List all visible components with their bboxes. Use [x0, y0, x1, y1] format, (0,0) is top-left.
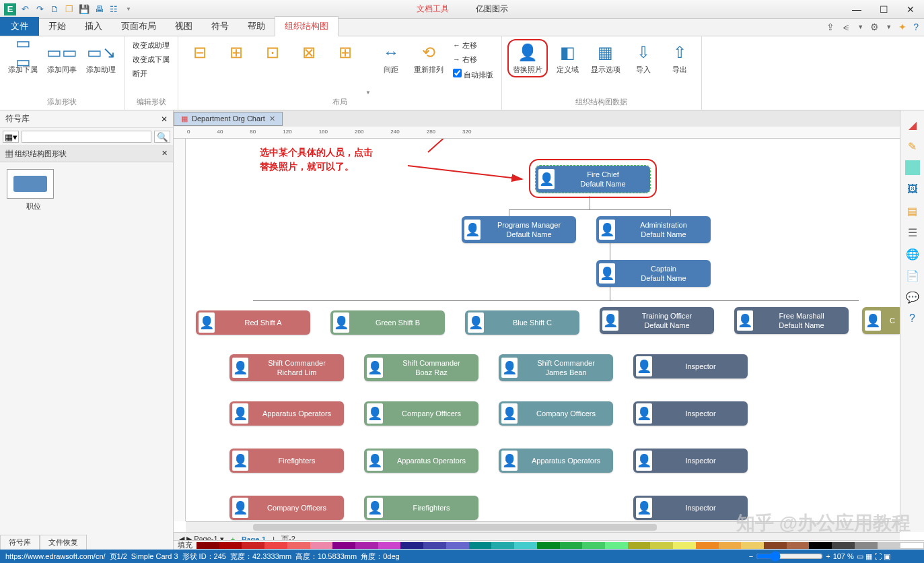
- library-picker-button[interactable]: ▦▾: [3, 131, 19, 143]
- search-input[interactable]: [22, 131, 151, 143]
- tab-symbol-library[interactable]: 符号库: [0, 535, 40, 550]
- layout1-button[interactable]: ⊟: [184, 39, 216, 66]
- node-training[interactable]: 👤Training OfficerDefault Name: [600, 307, 714, 334]
- layers-icon[interactable]: ▤: [905, 203, 920, 218]
- node-insp1[interactable]: 👤Inspector: [633, 354, 748, 378]
- close-button[interactable]: ✕: [897, 1, 924, 18]
- social-icon[interactable]: ⪪: [841, 22, 851, 32]
- node-ff-green[interactable]: 👤Firefighters: [364, 496, 478, 520]
- tab-start[interactable]: 开始: [39, 17, 75, 36]
- open-icon[interactable]: ❐: [63, 3, 75, 15]
- node-captain[interactable]: 👤CaptainDefault Name: [596, 260, 711, 287]
- move-right-button[interactable]: → 右移: [450, 53, 496, 66]
- info-icon[interactable]: ?: [905, 311, 920, 326]
- rearrange-button[interactable]: ⟲重新排列: [411, 39, 446, 77]
- disconnect-button[interactable]: 断开: [130, 67, 172, 80]
- node-fire-chief[interactable]: 👤 Fire ChiefDefault Name: [536, 166, 650, 193]
- zoom-slider[interactable]: [756, 551, 823, 562]
- tab-symbol[interactable]: 符号: [202, 17, 238, 36]
- undo-icon[interactable]: ↶: [19, 3, 31, 15]
- redo-icon[interactable]: ↷: [34, 3, 46, 15]
- pen-icon[interactable]: ✎: [905, 139, 920, 154]
- new-icon[interactable]: 🗋: [48, 3, 61, 15]
- fill-icon[interactable]: ■: [905, 160, 920, 175]
- node-insp3[interactable]: 👤Inspector: [633, 449, 748, 473]
- auto-layout-checkbox[interactable]: 自动排版: [450, 67, 496, 81]
- tab-orgchart[interactable]: 组织结构图: [275, 16, 339, 36]
- node-appops-green[interactable]: 👤Apparatus Operators: [364, 449, 478, 473]
- move-left-button[interactable]: ← 左移: [450, 39, 496, 52]
- layout5-button[interactable]: ⊞: [329, 39, 361, 66]
- close-shapes-icon[interactable]: ✕: [162, 149, 168, 159]
- node-extra[interactable]: 👤C: [862, 307, 900, 334]
- replace-photo-button[interactable]: 👤替换照片: [507, 39, 548, 77]
- add-assistant-button[interactable]: ▭↘添加助理: [83, 39, 118, 77]
- node-ff-red[interactable]: 👤Firefighters: [229, 449, 344, 473]
- node-appops-red[interactable]: 👤Apparatus Operators: [229, 401, 344, 426]
- node-sc-blue[interactable]: 👤Shift CommanderJames Bean: [499, 354, 613, 381]
- add-colleague-button[interactable]: ▭▭添加同事: [44, 39, 79, 77]
- image-icon[interactable]: 🖼: [905, 182, 920, 197]
- import-button[interactable]: ⇩导入: [627, 39, 660, 77]
- print-icon[interactable]: 🖶: [93, 3, 105, 15]
- theme-icon[interactable]: ◢: [905, 117, 920, 132]
- close-doc-icon[interactable]: ✕: [269, 114, 275, 123]
- status-url[interactable]: https://www.edrawsoft.com/cn/: [5, 552, 106, 560]
- tab-file[interactable]: 文件: [0, 17, 39, 36]
- share-icon[interactable]: ⇪: [826, 22, 834, 32]
- close-sidebar-icon[interactable]: ✕: [161, 114, 168, 124]
- document-tab[interactable]: ▦ Department Org Chart ✕: [174, 112, 283, 126]
- node-blue-shift[interactable]: 👤Blue Shift C: [465, 310, 579, 335]
- node-green-shift[interactable]: 👤Green Shift B: [330, 310, 445, 335]
- maximize-button[interactable]: ☐: [870, 1, 897, 18]
- globe-icon[interactable]: 🌐: [905, 246, 920, 261]
- node-administration[interactable]: 👤AdministrationDefault Name: [596, 216, 711, 243]
- node-insp2[interactable]: 👤Inspector: [633, 401, 748, 426]
- node-co-red[interactable]: 👤Company Officers: [229, 496, 344, 520]
- layout4-button[interactable]: ⊠: [293, 39, 325, 66]
- page-icon[interactable]: 📄: [905, 268, 920, 283]
- node-programs-manager[interactable]: 👤Programs ManagerDefault Name: [462, 216, 576, 243]
- node-red-shift[interactable]: 👤Red Shift A: [196, 310, 310, 335]
- node-co-blue[interactable]: 👤Company Officers: [499, 401, 613, 426]
- help-icon[interactable]: ?: [913, 22, 919, 32]
- node-co-green[interactable]: 👤Company Officers: [364, 401, 478, 426]
- qat-dropdown-icon[interactable]: ▼: [122, 3, 135, 15]
- puzzle-icon[interactable]: ✦: [898, 22, 907, 32]
- zoom-out-button[interactable]: −: [749, 552, 753, 560]
- to-assistant-button[interactable]: 改变成助理: [130, 39, 172, 52]
- app-menu-icon[interactable]: E: [4, 3, 16, 15]
- dropdown2-icon[interactable]: ▼: [886, 24, 892, 30]
- export-icon[interactable]: ☷: [108, 3, 120, 15]
- comment-icon[interactable]: 💬: [905, 290, 920, 304]
- search-button[interactable]: 🔍: [154, 131, 170, 143]
- zoom-in-button[interactable]: +: [826, 552, 830, 560]
- canvas[interactable]: 选中某个具体的人员，点击 替换照片，就可以了。 👤 Fire ChiefDefa…: [186, 139, 900, 521]
- node-appops-blue[interactable]: 👤Apparatus Operators: [499, 449, 613, 473]
- view-mode-icons[interactable]: ▭ ▦ ⛶ ▣: [857, 552, 890, 561]
- layout3-button[interactable]: ⊡: [256, 39, 289, 66]
- to-subordinate-button[interactable]: 改变成下属: [130, 53, 172, 66]
- display-options-button[interactable]: ▦显示选项: [588, 39, 623, 77]
- shape-thumbnail[interactable]: 职位: [7, 169, 61, 211]
- node-free-marshall[interactable]: 👤Free MarshallDefault Name: [734, 307, 849, 334]
- tab-insert[interactable]: 插入: [75, 17, 112, 36]
- tab-layout[interactable]: 页面布局: [112, 17, 166, 36]
- minimize-button[interactable]: —: [843, 1, 870, 18]
- settings-icon[interactable]: ⚙: [870, 22, 879, 32]
- spacing-button[interactable]: ↔间距: [375, 39, 407, 77]
- tab-file-recovery[interactable]: 文件恢复: [40, 535, 87, 550]
- node-sc-green[interactable]: 👤Shift CommanderBoaz Raz: [364, 354, 478, 381]
- ruler-icon[interactable]: ☰: [905, 225, 920, 240]
- layout2-button[interactable]: ⊞: [220, 39, 252, 66]
- color-palette[interactable]: [197, 542, 924, 549]
- tab-help[interactable]: 帮助: [238, 17, 275, 36]
- node-insp4[interactable]: 👤Inspector: [633, 496, 748, 520]
- export-button[interactable]: ⇧导出: [664, 39, 696, 77]
- save-icon[interactable]: 💾: [78, 3, 90, 15]
- dropdown-icon[interactable]: ▼: [857, 24, 863, 30]
- define-field-button[interactable]: ◧定义域: [552, 39, 584, 77]
- node-sc-red[interactable]: 👤Shift CommanderRichard Lim: [229, 354, 344, 381]
- add-subordinate-button[interactable]: ▭▭添加下属: [5, 39, 40, 77]
- tab-view[interactable]: 视图: [166, 17, 202, 36]
